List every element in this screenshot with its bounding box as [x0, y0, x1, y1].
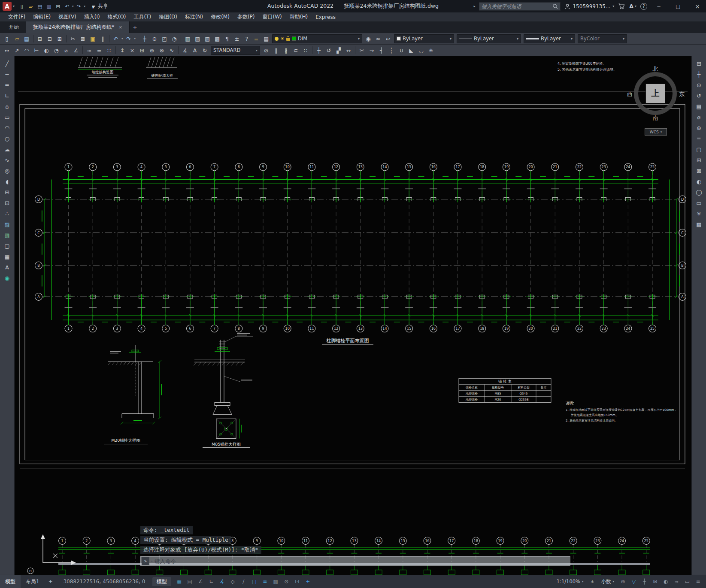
dim-diameter-icon[interactable]: ⌀: [61, 46, 71, 55]
command-input[interactable]: [155, 558, 569, 564]
arc-icon[interactable]: ◠: [2, 123, 13, 133]
command-input-bar[interactable]: > ▸: [140, 556, 570, 566]
viewcube-wcs-menu[interactable]: WCS▾: [645, 128, 667, 136]
annotation-scale-button[interactable]: 1:1/100%▾: [553, 579, 587, 585]
group-icon[interactable]: ⊞: [694, 155, 705, 165]
orbit-icon[interactable]: ↺: [694, 90, 705, 101]
measure-icon[interactable]: ⌀: [694, 112, 705, 122]
area-icon[interactable]: ▢: [694, 144, 705, 154]
menu-item[interactable]: 绘图(D): [155, 12, 181, 21]
infer-constraints-icon[interactable]: ∠: [195, 577, 206, 586]
copy-clip-icon[interactable]: ⊠: [78, 34, 88, 43]
move-icon[interactable]: ┼: [314, 46, 324, 55]
qnew-icon[interactable]: ▯: [2, 34, 12, 43]
center-mark-icon[interactable]: ⊕: [147, 46, 157, 55]
viewcube-south[interactable]: 南: [653, 114, 658, 122]
dimstyle-combo[interactable]: STANDARD▾: [211, 46, 260, 55]
publish-icon[interactable]: ⊞: [55, 34, 64, 43]
offset-icon[interactable]: ⊂: [291, 46, 300, 55]
mirror-icon[interactable]: ∦: [281, 46, 291, 55]
break-icon[interactable]: ┆: [387, 46, 396, 55]
cad-drawing[interactable]: 墙拉筋构造图砖围护墙大样4. 地梁及砌筑下设300厚炉渣。5. 其他未尽事宜详见…: [15, 56, 691, 575]
menu-item[interactable]: 窗口(W): [259, 12, 286, 21]
isolate-icon[interactable]: ◐: [661, 577, 671, 586]
isolate-objects-icon[interactable]: ◐: [694, 176, 705, 187]
rectangle-icon[interactable]: ▭: [2, 112, 13, 122]
point-icon[interactable]: ∴: [2, 208, 13, 219]
fillet-icon[interactable]: ◡: [416, 46, 426, 55]
break-at-point-icon[interactable]: ┤: [377, 46, 386, 55]
tab-model[interactable]: 模型: [0, 575, 21, 588]
clean-screen-icon[interactable]: ▭: [682, 577, 693, 586]
table-icon[interactable]: ▦: [2, 251, 13, 262]
customization-icon[interactable]: ≡: [693, 577, 703, 586]
grid-icon[interactable]: ▦: [174, 577, 185, 586]
dim-baseline-icon[interactable]: =: [94, 46, 104, 55]
drawing-canvas[interactable]: 墙拉筋构造图砖围护墙大样4. 地梁及砌筑下设300厚炉渣。5. 其他未尽事宜详见…: [15, 56, 691, 575]
color-combo[interactable]: ByLayer▾: [394, 34, 454, 43]
sheet-set-manager-icon[interactable]: ▩: [212, 34, 222, 43]
selection-filtering-icon[interactable]: ▽: [628, 577, 639, 586]
gizmo-icon[interactable]: ┼: [639, 577, 650, 586]
tool-palettes-icon[interactable]: ▨: [203, 34, 212, 43]
snap-mode-icon[interactable]: ▤: [185, 577, 195, 586]
minimize-button[interactable]: ─: [651, 0, 667, 12]
hardware-acceleration-icon[interactable]: ≈: [671, 577, 682, 586]
menu-item[interactable]: 格式(O): [104, 12, 130, 21]
extend-icon[interactable]: →: [367, 46, 376, 55]
insert-block-icon[interactable]: ⊞: [2, 187, 13, 197]
erase-icon[interactable]: ⊘: [261, 46, 271, 55]
menu-item[interactable]: 插入(I): [80, 12, 104, 21]
search-icon[interactable]: [552, 3, 558, 9]
menu-item[interactable]: 帮助(H): [286, 12, 312, 21]
layer-states-icon[interactable]: ▤: [261, 34, 271, 43]
layer-properties-icon[interactable]: ≡: [251, 34, 261, 43]
lineweight-display-icon[interactable]: ≡: [260, 577, 270, 586]
annotation-monitor-icon[interactable]: ⊕: [618, 577, 628, 586]
hatch-icon[interactable]: ▨: [2, 219, 13, 229]
open-file-icon[interactable]: ▱: [27, 2, 35, 11]
pan-view-icon[interactable]: ┼: [694, 69, 705, 79]
explode-icon[interactable]: ✳: [426, 46, 436, 55]
menu-item[interactable]: 编辑(E): [29, 12, 55, 21]
maximize-button[interactable]: □: [670, 0, 686, 12]
viewcube-west[interactable]: 西: [627, 90, 633, 98]
polyline-icon[interactable]: ∟: [2, 90, 13, 101]
cut-icon[interactable]: ✂: [68, 34, 78, 43]
multiline-icon[interactable]: ═: [2, 80, 13, 90]
iso-draft-icon[interactable]: ◇: [227, 577, 238, 586]
lineweight-combo[interactable]: ByLayer▾: [524, 34, 575, 43]
dim-arc-length-icon[interactable]: ◠: [22, 46, 31, 55]
properties-icon[interactable]: ▥: [183, 34, 192, 43]
redo-caret-icon[interactable]: ▾: [134, 37, 136, 40]
save-as-icon[interactable]: ▥: [45, 2, 53, 11]
donut-icon[interactable]: ◉: [2, 273, 13, 283]
share-button[interactable]: ▶共享: [92, 3, 108, 10]
markup-set-manager-icon[interactable]: ¶: [222, 34, 232, 43]
zoom-window-icon[interactable]: ◰: [160, 34, 169, 43]
menu-item[interactable]: 修改(M): [207, 12, 233, 21]
draw-order-icon[interactable]: ⊟: [694, 58, 705, 69]
quickcalc-icon[interactable]: ±: [232, 34, 242, 43]
pan-icon[interactable]: ┼: [140, 34, 149, 43]
dim-jog-line-icon[interactable]: ∿: [167, 46, 176, 55]
autodesk-account-button[interactable]: A▾: [629, 3, 636, 9]
redo-icon[interactable]: ↷: [124, 34, 133, 43]
object-snap-icon[interactable]: □: [249, 577, 260, 586]
dim-ordinate-icon[interactable]: ⊢: [32, 46, 41, 55]
stretch-icon[interactable]: ↔: [344, 46, 353, 55]
ellipse-icon[interactable]: ◎: [2, 166, 13, 176]
cart-icon[interactable]: [618, 3, 625, 9]
array-icon[interactable]: ∷: [301, 46, 310, 55]
join-icon[interactable]: ∪: [397, 46, 406, 55]
dim-aligned-icon[interactable]: ↗: [12, 46, 21, 55]
plot-icon[interactable]: ⊟: [35, 34, 45, 43]
ungroup-icon[interactable]: ⊠: [694, 166, 705, 176]
units-button[interactable]: 小数▾: [597, 579, 618, 585]
multiline-text-icon[interactable]: A: [2, 262, 13, 272]
dim-edit-icon[interactable]: ∡: [180, 46, 190, 55]
menu-item[interactable]: 工具(T): [130, 12, 155, 21]
rotate-icon[interactable]: ↺: [324, 46, 333, 55]
ortho-icon[interactable]: ∟: [206, 577, 217, 586]
zoom-previous-icon[interactable]: ◔: [170, 34, 179, 43]
